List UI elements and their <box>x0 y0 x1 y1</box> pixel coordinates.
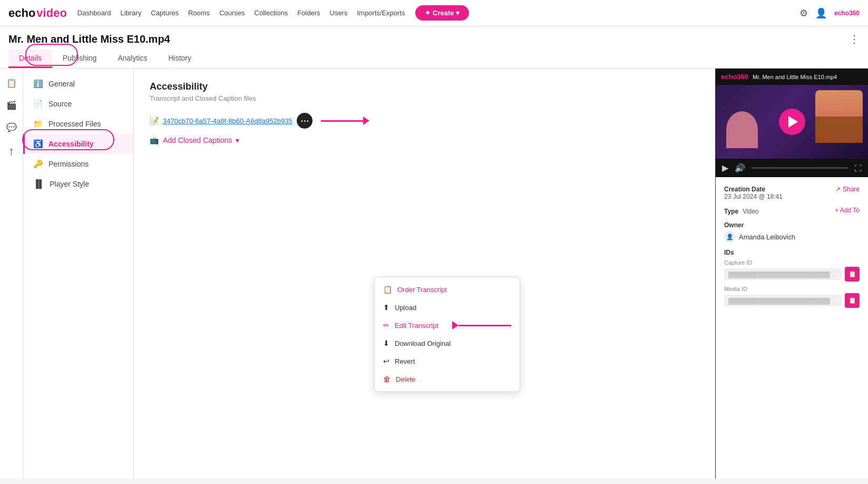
topnav-right: ⚙ 👤 echo360 <box>799 7 860 19</box>
right-panel: echo360 Mr. Men and Little Miss E10.mp4 … <box>715 69 868 479</box>
nav-library[interactable]: Library <box>120 9 141 17</box>
logo-video: video <box>36 6 66 20</box>
icon-strip: 📋 🎬 💬 ↑ <box>0 69 23 479</box>
owner-row: Owner 👤 Amanda Leibovich <box>724 221 860 243</box>
page-title: Mr. Men and Little Miss E10.mp4 <box>8 33 170 45</box>
order-icon: 📋 <box>383 285 392 294</box>
volume-icon[interactable]: 🔊 <box>735 163 745 173</box>
media-id-label: Media ID <box>724 286 860 292</box>
type-value: Video <box>743 208 758 215</box>
media-id-copy-button[interactable]: 📋 <box>845 293 860 308</box>
dropdown-order-transcript[interactable]: 📋 Order Transcript <box>375 280 520 298</box>
tab-history[interactable]: History <box>158 50 202 68</box>
sidebar-nav: ℹ️ General 📄 Source 📁 Processed Files ♿ … <box>23 69 134 479</box>
capture-id-copy-button[interactable]: 📋 <box>845 267 860 282</box>
video-thumbnail <box>716 85 868 159</box>
ids-label: IDs <box>724 249 860 256</box>
dropdown-download[interactable]: ⬇ Download Original <box>375 334 520 352</box>
accessibility-subtitle: Transcript and Closed Caption files <box>150 94 699 102</box>
folder-icon: 📁 <box>33 119 43 129</box>
nav-courses[interactable]: Courses <box>219 9 245 17</box>
dropdown-revert[interactable]: ↩ Revert <box>375 352 520 370</box>
dropdown-edit-label: Edit Transcript <box>395 322 438 330</box>
strip-icon-details[interactable]: 📋 <box>3 74 21 92</box>
video-player-title: Mr. Men and Little Miss E10.mp4 <box>753 74 863 80</box>
media-id-value: ▓▓▓▓▓▓▓▓▓▓▓▓▓▓▓▓▓▓▓▓▓▓▓▓ ... <box>724 295 842 306</box>
dropdown-upload[interactable]: ⬆ Upload <box>375 298 520 316</box>
creation-date-value: 23 Jul 2024 @ 18:41 <box>724 193 783 200</box>
dropdown-menu: 📋 Order Transcript ⬆ Upload ✏ Edit Trans… <box>374 277 520 392</box>
video-play-button[interactable] <box>779 109 805 135</box>
creation-date-label: Creation Date <box>724 186 783 193</box>
nav-imports-exports[interactable]: Imports/Exports <box>357 9 405 17</box>
add-captions-label: Add Closed Captions <box>163 136 232 144</box>
upload-icon: ⬆ <box>383 303 389 312</box>
sidebar-item-player-style[interactable]: ▐▌ Player Style <box>23 174 133 193</box>
strip-icon-media[interactable]: 🎬 <box>3 96 21 114</box>
nav-captures[interactable]: Captures <box>151 9 179 17</box>
source-icon: 📄 <box>33 99 43 109</box>
gear-icon[interactable]: ⚙ <box>799 7 808 19</box>
share-label: Share <box>843 186 860 193</box>
sidebar-item-processed-files[interactable]: 📁 Processed Files <box>23 114 133 134</box>
add-to-button[interactable]: + Add To <box>835 207 860 214</box>
sidebar-item-accessibility[interactable]: ♿ Accessibility <box>23 134 133 154</box>
user-icon[interactable]: 👤 <box>815 7 827 19</box>
play-icon[interactable]: ▶ <box>722 163 728 173</box>
video-controls: ▶ 🔊 ⛶ <box>716 159 868 177</box>
dropdown-order-label: Order Transcript <box>397 286 447 294</box>
share-icon: ↗ <box>835 186 841 193</box>
player-icon: ▐▌ <box>33 179 44 188</box>
dropdown-delete-label: Delete <box>396 375 416 383</box>
nav-dashboard[interactable]: Dashboard <box>77 9 111 17</box>
dropdown-download-label: Download Original <box>395 340 451 347</box>
topnav: echovideo Dashboard Library Captures Roo… <box>0 0 868 26</box>
transcript-link[interactable]: 3470cb70-6a57-4a8f-8b60-A6d8a952b935 <box>163 117 292 125</box>
capture-id-value: ▓▓▓▓▓▓▓▓▓▓▓▓▓▓▓▓▓▓▓▓▓▓▓▓ ... <box>724 268 842 280</box>
video-header: echo360 Mr. Men and Little Miss E10.mp4 <box>716 69 868 85</box>
strip-icon-captions[interactable]: 💬 <box>3 118 21 136</box>
nav-rooms[interactable]: Rooms <box>188 9 210 17</box>
download-icon: ⬇ <box>383 339 389 347</box>
sidebar-item-source[interactable]: 📄 Source <box>23 94 133 114</box>
dropdown-upload-label: Upload <box>395 304 416 312</box>
progress-bar[interactable] <box>752 167 848 169</box>
sidebar-item-general[interactable]: ℹ️ General <box>23 74 133 94</box>
sidebar-item-general-label: General <box>48 80 75 88</box>
brand-label: echo360 <box>834 9 860 17</box>
share-button[interactable]: ↗ Share <box>835 186 860 193</box>
owner-label: Owner <box>724 221 795 229</box>
sidebar-item-permissions[interactable]: 🔑 Permissions <box>23 154 133 174</box>
ids-section: IDs Capture ID ▓▓▓▓▓▓▓▓▓▓▓▓▓▓▓▓▓▓▓▓▓▓▓▓ … <box>724 249 860 308</box>
logo[interactable]: echovideo <box>8 6 67 20</box>
tab-details[interactable]: Details <box>8 50 52 68</box>
sidebar-item-player-style-label: Player Style <box>50 180 89 188</box>
dropdown-edit-transcript[interactable]: ✏ Edit Transcript <box>375 316 520 334</box>
create-button[interactable]: ✦ Create ▾ <box>415 5 469 21</box>
add-captions-button[interactable]: Add Closed Captions ▾ <box>163 136 239 144</box>
add-captions-row: 📺 Add Closed Captions ▾ <box>150 136 699 144</box>
tab-analytics[interactable]: Analytics <box>107 50 158 68</box>
video-player-area: echo360 Mr. Men and Little Miss E10.mp4 … <box>716 69 868 177</box>
add-captions-chevron: ▾ <box>236 136 239 144</box>
owner-name: Amanda Leibovich <box>739 233 795 241</box>
nav-links: Dashboard Library Captures Rooms Courses… <box>77 9 405 17</box>
add-to-label: + Add To <box>835 207 860 214</box>
media-id-row: ▓▓▓▓▓▓▓▓▓▓▓▓▓▓▓▓▓▓▓▓▓▓▓▓ ... 📋 <box>724 293 860 308</box>
tab-publishing[interactable]: Publishing <box>52 50 108 68</box>
dropdown-delete[interactable]: 🗑 Delete <box>375 370 520 388</box>
type-row: Type Video + Add To <box>724 207 860 215</box>
nav-folders[interactable]: Folders <box>297 9 320 17</box>
nav-users[interactable]: Users <box>330 9 348 17</box>
accessibility-title: Accessibility <box>150 81 699 92</box>
fullscreen-icon[interactable]: ⛶ <box>854 164 862 172</box>
revert-icon: ↩ <box>383 357 389 365</box>
info-icon: ℹ️ <box>33 79 43 89</box>
capture-id-label: Capture ID <box>724 259 860 266</box>
tabs-row: Details Publishing Analytics History <box>8 50 860 68</box>
transcript-options-button[interactable]: ⋯ <box>297 113 313 129</box>
key-icon: 🔑 <box>33 159 43 169</box>
transcript-icon: 📝 <box>150 117 159 125</box>
nav-collections[interactable]: Collections <box>255 9 288 17</box>
page-more-icon[interactable]: ⋮ <box>849 33 860 45</box>
